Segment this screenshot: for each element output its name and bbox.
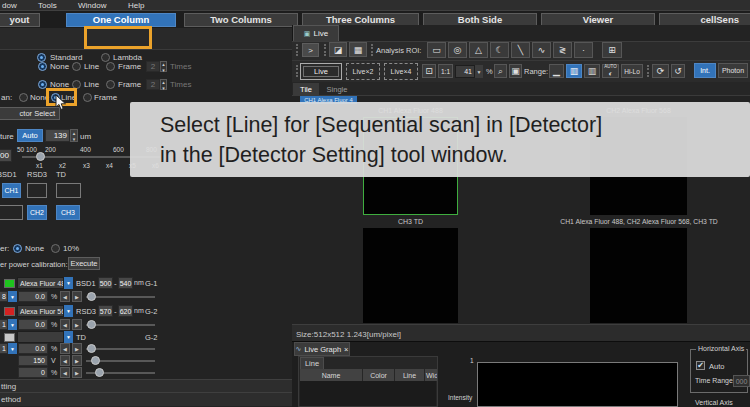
offset-increase[interactable]: ▶ <box>72 367 82 378</box>
one-to-one-button[interactable]: 1:1 <box>438 64 453 78</box>
ch2-power-slider-handle[interactable] <box>87 320 96 329</box>
detector-select-button[interactable]: ctor Select <box>0 107 60 120</box>
live-x2-button[interactable]: Live×2 <box>346 63 380 80</box>
menu-item-window-clipped[interactable]: dow <box>2 1 17 10</box>
matrix-ch1-button[interactable]: CH1 <box>2 183 21 198</box>
radio-row1-frame[interactable] <box>106 62 115 71</box>
section-method-clipped[interactable]: ethod <box>0 392 292 406</box>
auto-lut-icon[interactable]: AUTO ◐ <box>602 64 619 78</box>
ch2-laser-dropdown-arrow[interactable]: ▼ <box>8 319 17 330</box>
ch3-power-increase[interactable]: ▶ <box>72 343 82 354</box>
radio-laser-none[interactable] <box>13 244 22 253</box>
row2-times-value[interactable]: 2 <box>146 79 160 90</box>
row1-times-value[interactable]: 2 <box>146 61 160 72</box>
ch2-power-decrease[interactable]: ◀ <box>60 319 70 330</box>
roi-polygon-icon[interactable]: △ <box>469 42 488 58</box>
toolbar-drag-handle[interactable] <box>324 44 326 56</box>
ch1-dye-dropdown[interactable]: Alexa Fluor 488 <box>17 277 64 289</box>
close-icon[interactable]: × <box>344 345 348 354</box>
ch3-laser-dropdown-clipped[interactable]: 1 <box>0 343 8 354</box>
zoom-slider-handle[interactable] <box>36 152 45 161</box>
radio-seq-none[interactable] <box>19 93 28 102</box>
matrix-ch2-button[interactable]: CH2 <box>27 205 47 220</box>
radio-seq-frame[interactable] <box>83 93 92 102</box>
ch1-wavelength-from[interactable]: 500 <box>98 277 113 289</box>
radio-laser-10[interactable] <box>51 244 60 253</box>
layout-tab-one-column[interactable]: One Column <box>66 13 176 27</box>
intensity-mode-button[interactable]: Int. <box>694 63 716 78</box>
photon-mode-button[interactable]: Photon <box>718 63 748 78</box>
toolbar-drag-handle[interactable] <box>296 44 298 56</box>
ch3-power-slider-handle[interactable] <box>87 344 96 353</box>
aperture-value-input[interactable]: 139 <box>45 129 70 142</box>
grid-view-icon[interactable]: ▦ <box>349 42 367 57</box>
ch2-dye-dropdown[interactable]: Alexa Fluor 568 <box>17 305 64 317</box>
ch2-power-input[interactable]: 0.0 <box>18 319 48 330</box>
roi-polyline-icon[interactable]: ≷ <box>553 42 572 58</box>
toolbar-drag-handle[interactable] <box>647 65 649 77</box>
line-profile-icon[interactable]: ◪ <box>329 42 347 57</box>
execute-button[interactable]: Execute <box>68 257 100 270</box>
ch1-wavelength-to[interactable]: 540 <box>118 277 133 289</box>
radio-row1-none[interactable] <box>38 62 47 71</box>
snapshot-icon[interactable]: ⟳ <box>652 64 669 78</box>
ch3-dye-dropdown[interactable] <box>17 331 64 343</box>
hv-increase[interactable]: ▶ <box>72 355 82 366</box>
roi-curve-icon[interactable]: ∿ <box>532 42 551 58</box>
roi-circle-icon[interactable]: ◎ <box>448 42 467 58</box>
range-high-icon[interactable]: ▥ <box>584 64 600 78</box>
ch1-laser-dropdown-arrow[interactable]: ▼ <box>8 291 17 302</box>
tile3-image-ch3[interactable] <box>363 228 458 323</box>
live-graph-plot[interactable] <box>477 362 678 407</box>
column-header-name[interactable]: Name <box>300 369 362 381</box>
hi-lo-button[interactable]: Hi-Lo <box>621 64 643 78</box>
ch2-power-slider-track[interactable] <box>86 324 155 326</box>
fit-to-window-icon[interactable]: ⊡ <box>422 64 436 78</box>
section-setting-clipped[interactable]: tting <box>0 379 292 392</box>
aperture-auto-button[interactable]: Auto <box>17 129 43 142</box>
ch1-laser-dropdown-clipped[interactable]: 8 <box>0 291 8 302</box>
ch3-power-decrease[interactable]: ◀ <box>60 343 70 354</box>
tab-tile[interactable]: Tile <box>293 83 319 96</box>
roi-line-icon[interactable]: ╲ <box>511 42 530 58</box>
menu-item-help[interactable]: Help <box>128 1 144 10</box>
column-header-color[interactable]: Color <box>363 369 394 381</box>
ch2-dye-dropdown-arrow[interactable]: ▼ <box>64 305 73 317</box>
offset-slider-handle[interactable] <box>95 368 104 377</box>
hv-slider-handle[interactable] <box>91 356 100 365</box>
ch1-dye-dropdown-arrow[interactable]: ▼ <box>64 277 73 289</box>
row2-times-spinner[interactable]: ▴▾ <box>160 79 167 90</box>
line-table-body[interactable] <box>300 381 436 406</box>
ch1-power-input[interactable]: 0.0 <box>18 291 48 302</box>
pan-icon[interactable]: ▣ <box>509 64 522 78</box>
live-x4-button[interactable]: Live×4 <box>384 63 418 80</box>
ch2-power-increase[interactable]: ▶ <box>72 319 82 330</box>
layout-tab-two-columns[interactable]: Two Columns <box>184 13 298 27</box>
tab-line[interactable]: Line <box>300 357 324 369</box>
ch2-wavelength-to[interactable]: 620 <box>118 305 133 317</box>
menu-item-window[interactable]: Window <box>78 1 106 10</box>
ch1-power-slider-track[interactable] <box>86 296 155 298</box>
radio-lambda[interactable] <box>101 53 110 62</box>
toolbar-drag-handle[interactable] <box>296 65 298 77</box>
ch3-laser-dropdown-arrow[interactable]: ▼ <box>8 343 17 354</box>
offset-input[interactable]: 0 <box>18 367 48 378</box>
ch3-power-slider-track[interactable] <box>86 348 155 350</box>
matrix-ch3-button[interactable]: CH3 <box>56 205 80 220</box>
zoom-percent-dropdown[interactable]: 41 <box>455 65 475 78</box>
hv-input[interactable]: 150 <box>18 355 48 366</box>
time-range-input[interactable]: 000 <box>733 375 750 387</box>
menu-item-tools[interactable]: Tools <box>38 1 57 10</box>
roi-delete-all-icon[interactable]: ⊞ <box>602 42 622 58</box>
range-low-icon[interactable]: ▁ <box>549 64 564 78</box>
ch2-wavelength-from[interactable]: 570 <box>98 305 113 317</box>
tile4-image-merged[interactable] <box>590 228 687 323</box>
ch2-laser-dropdown-clipped[interactable]: 1 <box>0 319 8 330</box>
radio-row1-line[interactable] <box>72 62 81 71</box>
radio-row2-frame[interactable] <box>106 80 115 89</box>
offset-decrease[interactable]: ◀ <box>60 367 70 378</box>
tab-single[interactable]: Single <box>320 83 354 96</box>
ch1-power-decrease[interactable]: ◀ <box>60 291 70 302</box>
matrix-empty-cell[interactable] <box>0 205 23 220</box>
roi-closed-curve-icon[interactable]: ☾ <box>490 42 509 58</box>
